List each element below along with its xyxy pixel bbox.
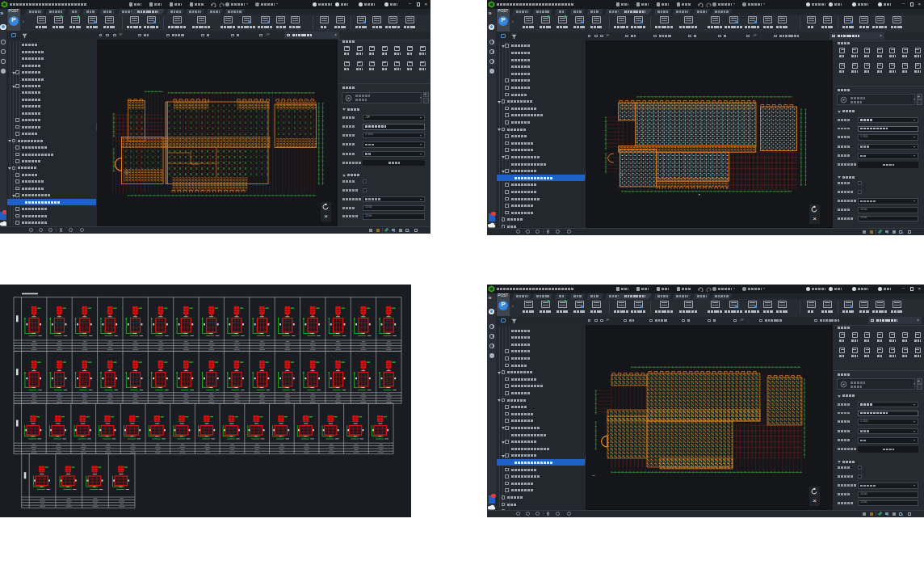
svg-text:×: ×	[324, 213, 328, 220]
svg-text:×: ×	[813, 497, 817, 504]
svg-text:×: ×	[813, 215, 817, 222]
